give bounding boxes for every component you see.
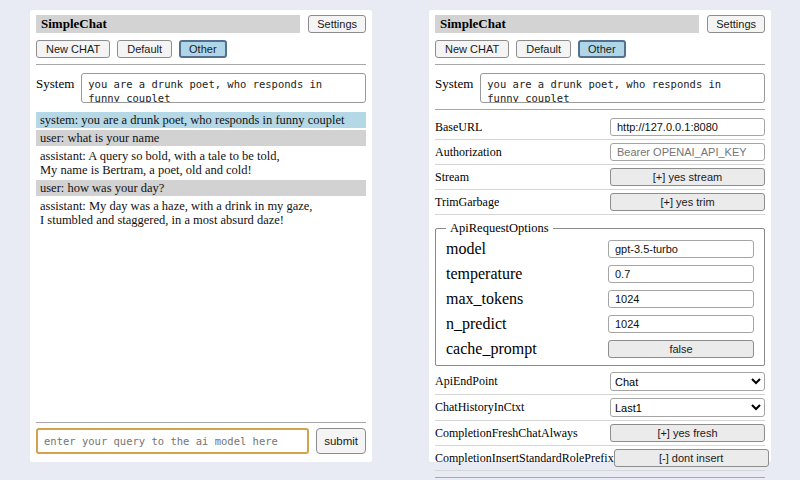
chat-history-in-ctxt-select[interactable]: Last1 xyxy=(610,398,765,417)
completion-fresh-chat-always-label: CompletionFreshChatAlways xyxy=(435,426,578,441)
chat-message-assistant: assistant: My day was a haze, with a dri… xyxy=(36,198,366,228)
stream-toggle-button[interactable]: [+] yes stream xyxy=(610,168,765,186)
setting-row-n-predict: n_predict xyxy=(446,311,754,336)
setting-row-stream: Stream [+] yes stream xyxy=(435,165,765,190)
session-tabs: New CHAT Default Other xyxy=(36,40,366,58)
tab-new-chat[interactable]: New CHAT xyxy=(435,40,509,58)
system-label: System xyxy=(36,73,74,103)
divider xyxy=(435,109,765,110)
trimgarbage-label: TrimGarbage xyxy=(435,195,499,210)
divider xyxy=(435,477,765,478)
chat-transcript: system: you are a drunk poet, who respon… xyxy=(36,112,366,230)
setting-row-baseurl: BaseURL xyxy=(435,115,765,140)
system-prompt-row: System you are a drunk poet, who respond… xyxy=(36,73,366,103)
system-prompt-input[interactable]: you are a drunk poet, who responds in fu… xyxy=(81,73,366,103)
n-predict-label: n_predict xyxy=(446,315,506,333)
divider xyxy=(36,422,366,423)
divider xyxy=(36,64,366,65)
cache-prompt-toggle-button[interactable]: false xyxy=(608,340,754,358)
setting-row-authorization: Authorization xyxy=(435,140,765,165)
settings-button[interactable]: Settings xyxy=(308,15,366,33)
max-tokens-input[interactable] xyxy=(608,290,754,308)
stream-label: Stream xyxy=(435,170,469,185)
baseurl-input[interactable] xyxy=(610,118,765,136)
temperature-input[interactable] xyxy=(608,265,754,283)
query-row: submit xyxy=(36,428,366,454)
completion-insert-standard-role-prefix-label: CompletionInsertStandardRolePrefix xyxy=(435,451,614,466)
system-prompt-row: System you are a drunk poet, who respond… xyxy=(435,73,765,103)
authorization-input[interactable] xyxy=(610,143,765,161)
chat-message-user: user: how was your day? xyxy=(36,180,366,196)
setting-row-max-tokens: max_tokens xyxy=(446,286,754,311)
app-title: SimpleChat xyxy=(435,15,699,33)
chat-message-assistant: assistant: A query so bold, with a tale … xyxy=(36,148,366,178)
chat-history-in-ctxt-label: ChatHistoryInCtxt xyxy=(435,400,524,415)
model-input[interactable] xyxy=(608,240,754,258)
submit-button[interactable]: submit xyxy=(316,428,366,454)
tab-default[interactable]: Default xyxy=(117,40,172,58)
baseurl-label: BaseURL xyxy=(435,120,482,135)
api-endpoint-select[interactable]: Chat xyxy=(610,372,765,391)
temperature-label: temperature xyxy=(446,265,522,283)
cache-prompt-label: cache_prompt xyxy=(446,340,537,358)
chat-message-user: user: what is your name xyxy=(36,130,366,146)
chat-message-system: system: you are a drunk poet, who respon… xyxy=(36,112,366,128)
setting-row-chat-history-in-ctxt: ChatHistoryInCtxt Last1 xyxy=(435,395,765,421)
query-input[interactable] xyxy=(36,428,309,454)
spacer xyxy=(36,230,366,416)
setting-row-cache-prompt: cache_prompt false xyxy=(446,336,754,361)
system-label: System xyxy=(435,73,473,103)
trimgarbage-toggle-button[interactable]: [+] yes trim xyxy=(610,193,765,211)
completion-insert-standard-role-prefix-toggle-button[interactable]: [-] dont insert xyxy=(614,449,769,467)
completion-fresh-chat-always-toggle-button[interactable]: [+] yes fresh xyxy=(610,424,765,442)
n-predict-input[interactable] xyxy=(608,315,754,333)
session-tabs: New CHAT Default Other xyxy=(435,40,765,58)
header: SimpleChat Settings xyxy=(36,15,366,33)
divider xyxy=(435,64,765,65)
api-request-options-legend: ApiRequestOptions xyxy=(446,221,553,236)
setting-row-model: model xyxy=(446,236,754,261)
header: SimpleChat Settings xyxy=(435,15,765,33)
system-prompt-input[interactable]: you are a drunk poet, who responds in fu… xyxy=(480,73,765,103)
api-endpoint-label: ApiEndPoint xyxy=(435,374,498,389)
max-tokens-label: max_tokens xyxy=(446,290,523,308)
settings-panel: SimpleChat Settings New CHAT Default Oth… xyxy=(429,10,771,462)
setting-row-temperature: temperature xyxy=(446,261,754,286)
setting-row-completion-fresh-chat-always: CompletionFreshChatAlways [+] yes fresh xyxy=(435,421,765,446)
tab-new-chat[interactable]: New CHAT xyxy=(36,40,110,58)
tab-other[interactable]: Other xyxy=(578,40,626,58)
model-label: model xyxy=(446,240,486,258)
setting-row-api-endpoint: ApiEndPoint Chat xyxy=(435,369,765,395)
chat-panel: SimpleChat Settings New CHAT Default Oth… xyxy=(30,10,372,462)
authorization-label: Authorization xyxy=(435,145,502,160)
setting-row-trimgarbage: TrimGarbage [+] yes trim xyxy=(435,190,765,215)
api-request-options-fieldset: ApiRequestOptions model temperature max_… xyxy=(435,221,765,366)
tab-other[interactable]: Other xyxy=(179,40,227,58)
app-title: SimpleChat xyxy=(36,15,300,33)
settings-button[interactable]: Settings xyxy=(707,15,765,33)
tab-default[interactable]: Default xyxy=(516,40,571,58)
setting-row-completion-insert-standard-role-prefix: CompletionInsertStandardRolePrefix [-] d… xyxy=(435,446,765,471)
